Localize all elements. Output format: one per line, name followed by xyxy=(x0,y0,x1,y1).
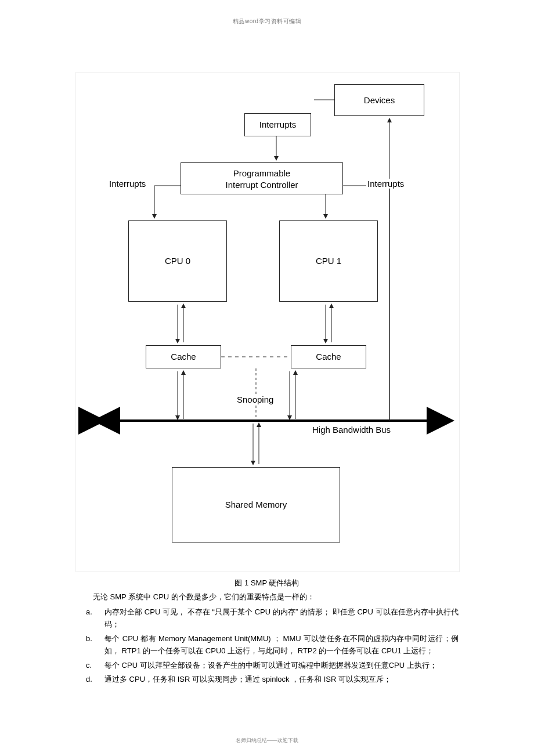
page: 精品word学习资料可编辑 xyxy=(0,0,534,756)
list-item: 每个 CPU 都有 Memory Management Unit(MMU) ； … xyxy=(75,632,459,657)
interrupts-box: Interrupts xyxy=(244,113,311,136)
cpu0-box: CPU 0 xyxy=(128,220,227,302)
shared-memory-box: Shared Memory xyxy=(172,467,340,542)
header-watermark: 精品word学习资料可编辑 xyxy=(75,17,459,26)
footer-watermark: 名师归纳总结——欢迎下载 xyxy=(0,737,534,744)
snooping-label: Snooping xyxy=(236,395,275,404)
pic-line2: Interrupt Controller xyxy=(225,180,298,190)
interrupts-left-label: Interrupts xyxy=(108,179,147,189)
svg-marker-19 xyxy=(95,415,105,426)
cache0-box: Cache xyxy=(146,345,221,368)
bus-label: High Bandwidth Bus xyxy=(311,425,392,435)
devices-box: Devices xyxy=(334,84,424,116)
cpu1-box: CPU 1 xyxy=(279,220,378,302)
smp-diagram: Devices Interrupts Programmable Interrup… xyxy=(75,72,460,572)
cache1-box: Cache xyxy=(291,345,366,368)
feature-list: 内存对全部 CPU 可见， 不存在 “只属于某个 CPU 的内存” 的情形； 即… xyxy=(75,606,459,686)
list-item: 内存对全部 CPU 可见， 不存在 “只属于某个 CPU 的内存” 的情形； 即… xyxy=(75,606,459,631)
list-item: 通过多 CPU，任务和 ISR 可以实现同步；通过 spinlock ，任务和 … xyxy=(75,673,459,685)
figure-caption: 图 1 SMP 硬件结构 xyxy=(75,578,459,588)
pic-box: Programmable Interrupt Controller xyxy=(181,162,343,194)
list-item: 每个 CPU 可以拜望全部设备；设备产生的中断可以通过可编程中断把握器发送到任意… xyxy=(75,659,459,671)
interrupts-right-label: Interrupts xyxy=(366,179,405,189)
pic-line1: Programmable xyxy=(233,168,290,178)
intro-paragraph: 无论 SMP 系统中 CPU 的个数是多少，它们的重要特点是一样的： xyxy=(93,592,459,602)
